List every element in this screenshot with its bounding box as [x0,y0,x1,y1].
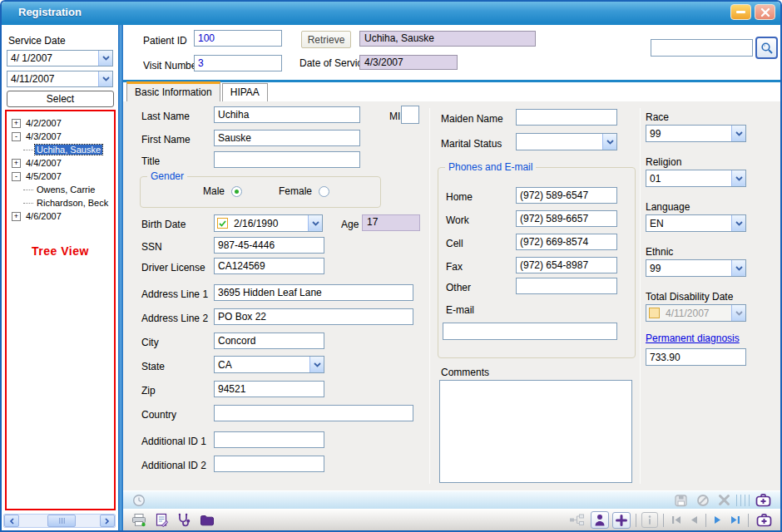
scrollbar-track[interactable] [19,515,100,527]
info-icon[interactable] [641,512,658,528]
city-input[interactable] [214,332,324,349]
ethnic-combo[interactable]: 99 [646,259,746,277]
chevron-down-icon[interactable] [731,215,745,231]
mi-label: MI [389,111,400,122]
tree-item-patient[interactable]: Owens, Carrie [7,183,114,196]
ssn-label: SSN [141,241,162,253]
add-icon[interactable] [612,512,631,529]
marital-status-combo[interactable] [516,133,617,150]
permanent-diagnosis-link[interactable]: Permanent diagnosis [646,332,740,344]
scroll-left-button[interactable] [4,515,19,527]
nav-first-icon[interactable] [669,514,684,526]
first-name-input[interactable] [214,130,360,146]
tab-hipaa[interactable]: HIPAA [222,83,268,101]
additional-id1-input[interactable] [214,431,324,448]
tree-item-date[interactable]: + 4/4/2007 [7,156,114,170]
email-input[interactable] [443,323,617,340]
chevron-down-icon[interactable] [731,170,745,186]
race-combo[interactable]: 99 [646,125,746,142]
other-phone-input[interactable] [516,278,617,294]
form-area: Last Name MI First Name Title Gender Mal… [123,101,780,490]
maiden-name-input[interactable] [516,109,617,126]
country-input[interactable] [214,405,413,421]
network-icon[interactable] [567,512,587,528]
chevron-down-icon[interactable] [309,357,324,372]
ssn-input[interactable] [214,237,324,254]
expand-icon[interactable]: + [12,212,21,221]
select-button[interactable]: Select [7,91,114,107]
nav-last-icon[interactable] [728,514,743,526]
state-combo[interactable]: CA [214,356,324,373]
medical-bag-icon[interactable] [754,511,775,529]
search-input[interactable] [651,39,753,57]
save-icon[interactable] [671,492,690,509]
collapse-icon[interactable]: - [12,172,21,181]
last-name-input[interactable] [214,106,360,123]
document-icon[interactable] [152,511,171,529]
checked-checkbox-icon[interactable] [217,218,228,229]
retrieve-button[interactable]: Retrieve [301,31,351,48]
delete-icon[interactable] [715,492,733,508]
address-line1-input[interactable] [214,284,413,301]
tree-item-patient-selected[interactable]: Uchiha, Sauske [7,143,114,156]
nav-next-icon[interactable] [711,514,725,526]
cell-phone-label: Cell [446,238,463,249]
zip-input[interactable] [214,381,324,397]
address-line2-input[interactable] [214,308,413,325]
patient-id-input[interactable] [194,30,282,47]
chevron-down-icon[interactable] [98,71,112,86]
tree-item-date[interactable]: - 4/3/2007 [7,130,114,143]
stethoscope-icon[interactable] [174,511,194,529]
tree-item-date[interactable]: + 4/2/2007 [7,116,114,130]
chevron-down-icon[interactable] [731,126,745,141]
age-label: Age [341,219,359,230]
scroll-right-button[interactable] [100,515,115,527]
diagnosis-code-input[interactable] [646,348,746,366]
title-input[interactable] [214,151,360,168]
cell-phone-input[interactable] [516,234,617,250]
comments-textarea[interactable] [439,380,632,483]
tree-item-date[interactable]: - 4/5/2007 [7,170,114,183]
horizontal-scrollbar[interactable] [3,514,116,528]
service-date-from-combo[interactable]: 4/ 1/2007 [7,50,113,66]
birth-date-combo[interactable]: 2/16/1990 [214,214,323,232]
chevron-down-icon[interactable] [98,51,112,66]
minimize-button[interactable] [730,4,751,20]
search-button[interactable] [755,37,778,59]
religion-combo[interactable]: 01 [646,170,746,187]
total-disability-date-combo[interactable]: 4/11/2007 [646,304,746,322]
work-phone-input[interactable] [516,210,617,227]
cancel-icon[interactable] [694,492,712,509]
expand-icon[interactable]: + [12,159,21,168]
tab-basic-information[interactable]: Basic Information [126,81,220,101]
chevron-down-icon[interactable] [602,134,616,150]
country-label: Country [141,409,176,421]
clock-icon[interactable] [130,492,148,509]
service-date-to-combo[interactable]: 4/11/2007 [7,71,113,87]
male-radio[interactable] [231,186,242,197]
collapse-icon[interactable]: - [12,132,21,141]
tree-item-date[interactable]: + 4/6/2007 [7,209,114,223]
medical-bag-icon[interactable] [753,491,774,509]
additional-id2-input[interactable] [214,456,324,472]
person-icon[interactable] [591,511,609,529]
female-radio[interactable] [319,186,329,197]
chevron-down-icon[interactable] [308,215,322,231]
unchecked-checkbox-icon[interactable] [649,308,660,318]
nav-prev-icon[interactable] [687,514,700,526]
fax-input[interactable] [516,257,617,273]
scrollbar-thumb[interactable] [47,515,76,527]
close-button[interactable] [755,4,775,20]
driver-license-input[interactable] [214,258,324,274]
language-combo[interactable]: EN [646,214,746,232]
additional-id2-label: Additional ID 2 [141,460,206,471]
home-phone-input[interactable] [516,187,617,204]
folder-icon[interactable] [197,512,217,528]
tree-item-patient[interactable]: Richardson, Beck [7,196,114,209]
visit-number-input[interactable] [194,55,282,71]
print-icon[interactable] [129,511,149,529]
mi-input[interactable] [401,106,419,124]
chevron-down-icon[interactable] [731,260,745,276]
chevron-down-icon[interactable] [731,305,745,321]
expand-icon[interactable]: + [12,119,21,128]
